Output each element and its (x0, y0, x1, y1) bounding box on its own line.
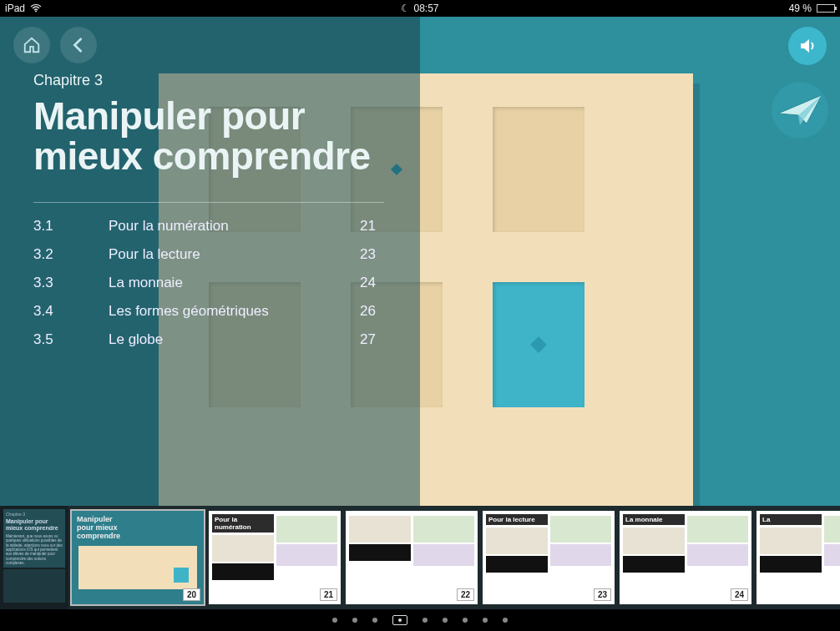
page-thumbnail[interactable]: La monnaie24 (620, 511, 751, 604)
toc-title: La monnaie (109, 275, 342, 291)
sound-button[interactable] (788, 27, 827, 65)
toc-row[interactable]: 3.2Pour la lecture23 (33, 246, 384, 263)
knob-icon (530, 336, 547, 353)
toc-page: 24 (342, 275, 376, 291)
battery-percent: 49 % (789, 3, 812, 14)
toc-number: 3.2 (33, 246, 109, 263)
toc-title: Les formes géométriques (109, 303, 342, 320)
divider (33, 202, 384, 203)
toc-page: 21 (342, 218, 376, 235)
chapter-heading-block: Chapitre 3 Manipuler pour mieux comprend… (33, 72, 384, 360)
page-dot[interactable] (483, 618, 488, 623)
clock: 08:57 (413, 3, 438, 14)
toc-row[interactable]: 3.4Les formes géométriques26 (33, 303, 384, 320)
page-thumbnail[interactable]: Pour la numération21 (209, 511, 341, 604)
thumb-title: Manipulerpour mieuxcomprendre (75, 514, 200, 543)
thumb-heading: La (760, 514, 822, 525)
thumb-heading: Pour la numération (212, 514, 274, 533)
toc-title: Le globe (109, 331, 342, 348)
toc-number: 3.3 (33, 275, 109, 291)
wifi-icon (30, 4, 42, 13)
toc-page: 27 (342, 331, 376, 348)
toc-row[interactable]: 3.5Le globe27 (33, 331, 384, 348)
thumb-heading: Pour la lecture (486, 514, 548, 525)
page-content: Chapitre 3 Manipuler pour mieux comprend… (0, 17, 840, 506)
page-thumbnail[interactable]: Manipulerpour mieuxcomprendre20 (72, 511, 204, 604)
chapter-intro-mini: Chapitre 3 Manipuler pour mieux comprend… (0, 506, 68, 609)
chapter-title-line1: Manipuler pour (33, 96, 384, 136)
page-number-badge: 20 (183, 588, 200, 601)
toc-title: Pour la numération (109, 218, 342, 235)
status-center: 08:57 (401, 3, 438, 14)
chapter-title-line2: mieux comprendre (33, 136, 384, 176)
toc-title: Pour la lecture (109, 246, 342, 263)
door-panel-highlight (493, 282, 584, 407)
table-of-contents: 3.1Pour la numération213.2Pour la lectur… (33, 218, 384, 348)
moon-icon (401, 3, 410, 14)
toc-row[interactable]: 3.1Pour la numération21 (33, 218, 384, 235)
page-thumbnail[interactable]: 22 (346, 511, 478, 604)
page-dot[interactable] (332, 618, 337, 623)
back-button[interactable] (60, 27, 97, 63)
status-left: iPad (5, 3, 42, 14)
page-thumbnail[interactable]: Pour la lecture23 (483, 511, 615, 604)
toc-page: 26 (342, 303, 376, 320)
toc-page: 23 (342, 246, 376, 263)
status-bar: iPad 08:57 49 % (0, 0, 840, 17)
thumb-illustration (78, 546, 197, 589)
toc-number: 3.1 (33, 218, 109, 235)
mini-cover: Chapitre 3 Manipuler pour mieux comprend… (3, 509, 65, 568)
page-dot[interactable] (463, 618, 468, 623)
home-button[interactable] (13, 27, 50, 63)
chapter-label: Chapitre 3 (33, 72, 384, 89)
page-number-badge: 24 (731, 588, 748, 601)
page-number-badge: 22 (457, 588, 474, 601)
thumbnail-strip[interactable]: Chapitre 3 Manipuler pour mieux comprend… (0, 506, 840, 609)
page-number-badge: 21 (320, 588, 337, 601)
door-panel (493, 107, 584, 232)
battery-icon (817, 4, 835, 13)
page-dot[interactable] (352, 618, 357, 623)
paper-plane-icon[interactable] (770, 80, 830, 140)
thumb-heading: La monnaie (623, 514, 685, 525)
page-dot[interactable] (372, 618, 377, 623)
device-label: iPad (5, 3, 25, 14)
thumbnail-scroll[interactable]: Manipulerpour mieuxcomprendre20Pour la n… (0, 511, 840, 604)
page-dot[interactable] (423, 618, 428, 623)
toc-row[interactable]: 3.3La monnaie24 (33, 275, 384, 291)
mini-cover-alt (3, 569, 65, 603)
page-dot[interactable] (503, 618, 508, 623)
page-dot-current[interactable] (392, 615, 407, 625)
chapter-title: Manipuler pour mieux comprendre (33, 96, 384, 177)
toc-number: 3.5 (33, 331, 109, 348)
svg-point-0 (35, 11, 37, 13)
page-number-badge: 23 (594, 588, 611, 601)
toc-number: 3.4 (33, 303, 109, 320)
page-dot[interactable] (443, 618, 448, 623)
page-indicator[interactable] (0, 609, 840, 631)
page-thumbnail[interactable]: La25 (757, 511, 840, 604)
status-right: 49 % (789, 3, 835, 14)
